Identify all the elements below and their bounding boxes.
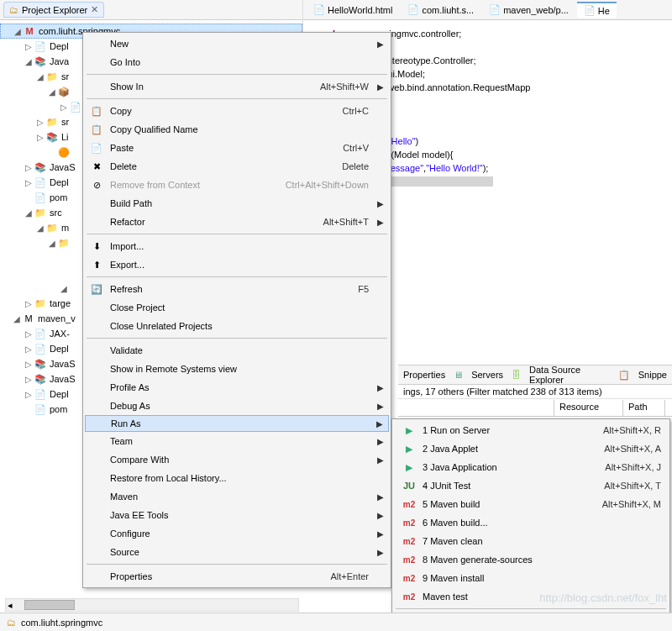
expand-icon[interactable]: ◢ (47, 87, 57, 97)
submenu-arrow-icon: ▶ (377, 218, 384, 227)
editor-tabs: 📄HelloWorld.html 📄com.liuht.s... 📄maven_… (303, 0, 672, 20)
col-description[interactable] (398, 400, 554, 416)
node-icon: 📄 (69, 100, 82, 113)
expand-icon[interactable]: ▷ (24, 375, 34, 384)
menu-label: Maven (110, 492, 369, 502)
submenu-item[interactable]: m27 Maven clean (394, 532, 668, 550)
expand-icon[interactable]: ◢ (24, 57, 34, 66)
close-icon[interactable]: ✕ (91, 4, 98, 15)
expand-icon[interactable]: ▷ (24, 178, 34, 187)
expand-icon[interactable]: ◢ (13, 27, 23, 36)
menu-label: Show in Remote Systems view (110, 364, 369, 374)
expand-icon[interactable]: ▷ (35, 118, 45, 127)
shortcut: Alt+Shift+X, J (605, 462, 661, 472)
expand-icon[interactable]: ▷ (24, 42, 34, 51)
horizontal-scrollbar[interactable]: ◂ (5, 598, 299, 612)
expand-icon[interactable]: ▷ (59, 103, 69, 112)
menu-item-paste[interactable]: 📄PasteCtrl+V (85, 139, 389, 157)
editor-tab[interactable]: 📄HelloWorld.html (307, 3, 399, 17)
menu-item-profile-as[interactable]: Profile As▶ (85, 378, 389, 397)
menu-item-maven[interactable]: Maven▶ (85, 487, 389, 506)
menu-item-export-[interactable]: ⬆Export... (85, 255, 389, 274)
tab-servers[interactable]: Servers (471, 370, 503, 380)
expand-icon[interactable]: ▷ (24, 299, 34, 308)
menu-item-close-project[interactable]: Close Project (85, 298, 389, 317)
menu-item-copy[interactable]: 📋CopyCtrl+C (85, 102, 389, 120)
menu-item-refactor[interactable]: RefactorAlt+Shift+T▶ (85, 213, 389, 231)
expand-icon[interactable]: ▷ (24, 344, 34, 354)
menu-item-validate[interactable]: Validate (85, 341, 389, 360)
menu-item-new[interactable]: New▶ (85, 34, 389, 53)
expand-icon[interactable]: ◢ (12, 314, 22, 323)
menu-item-close-unrelated-projects[interactable]: Close Unrelated Projects (85, 317, 389, 335)
col-resource[interactable]: Resource (554, 400, 623, 416)
node-icon: 📁 (45, 221, 59, 234)
editor-tab[interactable]: 📄maven_web/p... (482, 3, 575, 17)
shortcut: Alt+Shift+X, R (603, 425, 661, 435)
menu-item-remove-from-context[interactable]: ⊘Remove from ContextCtrl+Alt+Shift+Down (85, 176, 389, 194)
menu-item-team[interactable]: Team▶ (85, 432, 389, 450)
expand-icon[interactable]: ▷ (24, 329, 34, 339)
submenu-item[interactable]: ▶1 Run on ServerAlt+Shift+X, R (394, 421, 668, 439)
menu-item-build-path[interactable]: Build Path▶ (85, 194, 389, 213)
editor-tab[interactable]: 📄com.liuht.s... (401, 3, 480, 17)
menu-item-refresh[interactable]: 🔄RefreshF5 (85, 280, 389, 298)
submenu-item[interactable]: m28 Maven generate-sources (394, 550, 668, 569)
submenu-arrow-icon: ▶ (377, 548, 384, 557)
menu-icon (88, 545, 105, 559)
submenu-item[interactable]: m29 Maven install (394, 569, 668, 587)
menu-item-source[interactable]: Source▶ (85, 543, 389, 561)
menu-label: Profile As (110, 382, 369, 392)
col-path[interactable]: Path (623, 400, 665, 416)
menu-item-debug-as[interactable]: Debug As▶ (85, 397, 389, 415)
tab-snippets[interactable]: Snippe (638, 370, 667, 380)
submenu-arrow-icon: ▶ (377, 455, 384, 465)
node-icon (69, 251, 82, 265)
tab-data-source[interactable]: Data Source Explorer (529, 365, 610, 385)
expand-icon[interactable]: ◢ (59, 284, 69, 293)
expand-icon[interactable]: ▷ (24, 163, 34, 172)
shortcut: Alt+Enter (330, 571, 369, 581)
menu-item-show-in-remote-systems-view[interactable]: Show in Remote Systems view (85, 360, 389, 378)
run-icon: m2 (401, 518, 417, 528)
problems-summary: ings, 17 others (Filter matched 238 of 3… (398, 385, 672, 399)
scrollbar-thumb[interactable] (24, 600, 75, 610)
menu-item-restore-from-local-history-[interactable]: Restore from Local History... (85, 469, 389, 487)
run-icon: ▶ (401, 425, 417, 436)
submenu-item[interactable]: JU4 JUnit TestAlt+Shift+X, T (394, 476, 668, 495)
menu-item-copy-qualified-name[interactable]: 📋Copy Qualified Name (85, 120, 389, 139)
expand-icon[interactable]: ◢ (47, 239, 57, 248)
submenu-arrow-icon: ▶ (377, 39, 384, 49)
menu-item-properties[interactable]: PropertiesAlt+Enter (85, 567, 389, 586)
menu-item-delete[interactable]: ✖DeleteDelete (85, 157, 389, 176)
menu-item-configure[interactable]: Configure▶ (85, 524, 389, 543)
menu-item-run-as[interactable]: Run As▶ (85, 415, 389, 432)
submenu-item[interactable]: ▶2 Java AppletAlt+Shift+X, A (394, 439, 668, 458)
expand-icon[interactable]: ◢ (35, 223, 45, 233)
submenu-item[interactable]: m25 Maven buildAlt+Shift+X, M (394, 495, 668, 513)
menu-item-compare-with[interactable]: Compare With▶ (85, 450, 389, 469)
submenu-item[interactable]: ▶3 Java ApplicationAlt+Shift+X, J (394, 458, 668, 476)
project-explorer-tab[interactable]: 🗂 Project Explorer ✕ (3, 2, 104, 18)
menu-icon (88, 471, 105, 485)
menu-item-import-[interactable]: ⬇Import... (85, 237, 389, 255)
submenu-label: 8 Maven generate-sources (423, 555, 661, 565)
menu-label: Export... (110, 260, 369, 270)
menu-label: Properties (110, 571, 330, 581)
expand-icon[interactable]: ▷ (35, 133, 45, 142)
menu-icon (88, 301, 105, 314)
submenu-item[interactable]: m26 Maven build... (394, 513, 668, 532)
menu-item-java-ee-tools[interactable]: Java EE Tools▶ (85, 506, 389, 524)
tab-properties[interactable]: Properties (403, 370, 445, 380)
expand-icon[interactable]: ◢ (24, 208, 34, 218)
menu-item-go-into[interactable]: Go Into (85, 53, 389, 71)
tree-label: JavaS (50, 374, 76, 384)
expand-icon[interactable]: ▷ (24, 390, 34, 399)
menu-label: Compare With (110, 455, 369, 465)
menu-icon: ⬇ (88, 239, 105, 253)
menu-item-show-in[interactable]: Show InAlt+Shift+W▶ (85, 77, 389, 96)
menu-label: Team (110, 436, 369, 446)
expand-icon[interactable]: ▷ (24, 360, 34, 369)
editor-tab[interactable]: 📄He (577, 2, 617, 18)
expand-icon[interactable]: ◢ (35, 72, 45, 82)
